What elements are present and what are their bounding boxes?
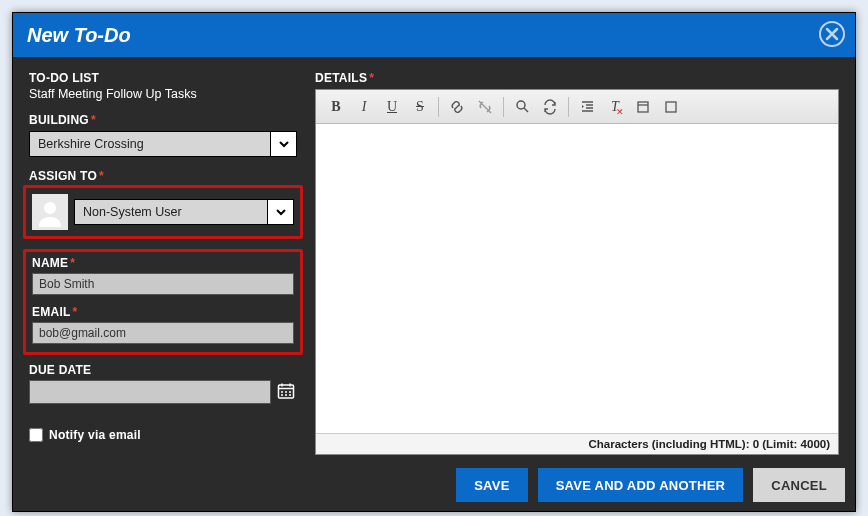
required-asterisk: * (89, 113, 96, 127)
maximize-button[interactable] (657, 95, 685, 119)
clear-format-icon: T✕ (611, 99, 619, 115)
strike-button[interactable]: S (406, 95, 434, 119)
cancel-button[interactable]: CANCEL (753, 468, 845, 502)
editor-textarea[interactable] (316, 124, 838, 433)
email-input[interactable] (32, 322, 294, 344)
person-icon (35, 197, 65, 227)
required-asterisk: * (97, 169, 104, 183)
building-field: BUILDING* Berkshire Crossing (29, 113, 297, 157)
editor-toolbar: B I U S (316, 90, 838, 124)
due-date-input[interactable] (29, 380, 271, 404)
calendar-icon (277, 382, 295, 400)
building-label: BUILDING (29, 113, 89, 127)
save-button[interactable]: SAVE (456, 468, 527, 502)
chevron-down-icon (278, 138, 290, 150)
email-field: EMAIL* (32, 305, 294, 344)
svg-point-11 (289, 394, 291, 396)
unlink-icon (477, 99, 493, 115)
right-column: DETAILS* B I U S (315, 71, 839, 455)
assign-to-row: Non-System User (32, 194, 294, 230)
modal-body: TO-DO LIST Staff Meeting Follow Up Tasks… (13, 57, 855, 459)
assign-to-select-value: Non-System User (75, 200, 267, 224)
svg-point-1 (44, 202, 56, 214)
link-icon (449, 99, 465, 115)
unlink-button[interactable] (471, 95, 499, 119)
required-asterisk: * (367, 71, 374, 85)
italic-button[interactable]: I (350, 95, 378, 119)
building-select-toggle[interactable] (270, 132, 296, 156)
details-label: DETAILS (315, 71, 367, 85)
search-icon (515, 99, 530, 114)
todo-list-label: TO-DO LIST (29, 71, 297, 85)
assign-to-highlight: Non-System User (23, 185, 303, 239)
notify-row: Notify via email (29, 428, 297, 442)
bold-icon: B (331, 99, 340, 115)
required-asterisk: * (68, 256, 75, 270)
left-column: TO-DO LIST Staff Meeting Follow Up Tasks… (29, 71, 297, 455)
email-label: EMAIL (32, 305, 71, 319)
svg-rect-20 (666, 102, 676, 112)
building-select[interactable]: Berkshire Crossing (29, 131, 297, 157)
replace-icon (542, 99, 558, 115)
calendar-button[interactable] (275, 380, 297, 402)
assign-to-select[interactable]: Non-System User (74, 199, 294, 225)
svg-point-12 (517, 101, 525, 109)
todo-list-field: TO-DO LIST Staff Meeting Follow Up Tasks (29, 71, 297, 101)
due-date-field: DUE DATE (29, 363, 297, 404)
bold-button[interactable]: B (322, 95, 350, 119)
underline-button[interactable]: U (378, 95, 406, 119)
source-button[interactable] (629, 95, 657, 119)
todo-list-value: Staff Meeting Follow Up Tasks (29, 87, 297, 101)
new-todo-modal: New To-Do TO-DO LIST Staff Meeting Follo… (12, 12, 856, 512)
svg-rect-18 (638, 102, 648, 112)
save-add-another-button[interactable]: SAVE AND ADD ANOTHER (538, 468, 744, 502)
required-asterisk: * (71, 305, 78, 319)
svg-point-6 (281, 391, 283, 393)
modal-header: New To-Do (13, 13, 855, 57)
chevron-down-icon (275, 206, 287, 218)
assign-to-label: ASSIGN TO (29, 169, 97, 183)
source-icon (636, 100, 650, 114)
notify-label: Notify via email (49, 428, 141, 442)
link-button[interactable] (443, 95, 471, 119)
name-label: NAME (32, 256, 68, 270)
svg-point-10 (285, 394, 287, 396)
name-field: NAME* (32, 256, 294, 295)
svg-line-13 (524, 108, 528, 112)
modal-footer: SAVE SAVE AND ADD ANOTHER CANCEL (13, 459, 855, 511)
indent-icon (580, 99, 595, 114)
character-count: Characters (including HTML): 0 (Limit: 4… (316, 433, 838, 454)
clear-format-button[interactable]: T✕ (601, 95, 629, 119)
assign-to-select-toggle[interactable] (267, 200, 293, 224)
details-editor: B I U S (315, 89, 839, 455)
toolbar-separator (503, 97, 504, 117)
close-icon (817, 19, 847, 49)
indent-button[interactable] (573, 95, 601, 119)
italic-icon: I (362, 99, 367, 115)
avatar (32, 194, 68, 230)
modal-title: New To-Do (27, 24, 131, 47)
due-date-label: DUE DATE (29, 363, 297, 377)
replace-button[interactable] (536, 95, 564, 119)
name-input[interactable] (32, 273, 294, 295)
toolbar-separator (438, 97, 439, 117)
toolbar-separator (568, 97, 569, 117)
close-button[interactable] (817, 19, 847, 49)
find-button[interactable] (508, 95, 536, 119)
strikethrough-icon: S (416, 99, 424, 115)
building-select-value: Berkshire Crossing (30, 132, 270, 156)
name-email-highlight: NAME* EMAIL* (23, 249, 303, 355)
notify-checkbox[interactable] (29, 428, 43, 442)
maximize-icon (664, 100, 678, 114)
svg-point-8 (289, 391, 291, 393)
svg-point-7 (285, 391, 287, 393)
underline-icon: U (387, 99, 397, 115)
svg-point-9 (281, 394, 283, 396)
